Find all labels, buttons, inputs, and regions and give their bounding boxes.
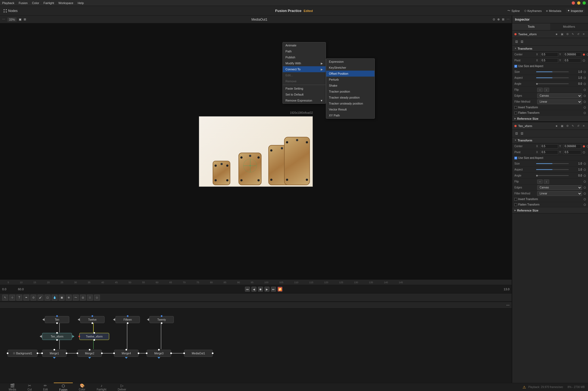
ten-flatten-checkbox[interactable]	[514, 203, 517, 206]
xy-path-item[interactable]: XY Path	[326, 112, 375, 118]
paste-setting-item[interactable]: Paste Setting	[283, 86, 326, 92]
ten-reference-size-header[interactable]: ▶ Reference Size	[512, 207, 588, 213]
go-to-end-btn[interactable]: ⏭	[271, 287, 276, 292]
angle-slider[interactable]	[536, 83, 569, 84]
twelve-node[interactable]: Twelve	[80, 316, 105, 323]
spline-button[interactable]: 〜 Spline	[507, 9, 520, 13]
tab-tools[interactable]: Tools	[512, 23, 550, 30]
ten-center-y-input[interactable]	[564, 144, 581, 149]
tracker-unsteady-item[interactable]: Tracker unsteady position	[326, 100, 375, 106]
animate-item[interactable]: Animate	[283, 42, 326, 48]
ten-xform-color-btn[interactable]: ■	[554, 124, 559, 128]
fill-tool[interactable]: ▣	[59, 295, 65, 301]
edges-select[interactable]: Canvas	[537, 93, 582, 98]
ten-xform-node[interactable]: Ten_xform	[42, 333, 72, 340]
step-back-btn[interactable]: ◀	[251, 287, 256, 292]
menu-playback[interactable]: Playback	[2, 1, 14, 5]
ten-filter-select[interactable]: Linear	[537, 191, 582, 196]
flip-v-btn[interactable]: ↕	[544, 88, 549, 92]
perturb-item[interactable]: Perturb	[326, 77, 375, 83]
background1-node[interactable]: Background1	[8, 350, 37, 357]
media-tab[interactable]: 🎬 Media	[3, 383, 21, 391]
close-btn[interactable]	[572, 1, 575, 5]
text-tool[interactable]: T	[16, 295, 22, 301]
ten-center-x-input[interactable]	[540, 144, 558, 149]
eyedropper-tool[interactable]: 💧	[52, 295, 58, 301]
viewer-options-icon[interactable]: ⋯	[2, 18, 5, 21]
expression-item[interactable]: Expression	[326, 59, 375, 65]
transform-tool[interactable]: ⊹	[9, 295, 15, 301]
ten-filter-keyframe-dot[interactable]	[584, 193, 586, 195]
offset-position-item[interactable]: Offset Position	[326, 71, 375, 77]
node-color-btn[interactable]: ■	[554, 32, 559, 36]
ten-xform-viewer-btn[interactable]: ▣	[560, 124, 564, 128]
ten-flip-h-btn[interactable]: ↔	[537, 179, 543, 184]
node-viewer-btn[interactable]: ▣	[560, 32, 564, 36]
ten-invert-keyframe-dot[interactable]	[584, 198, 586, 200]
keyframes-button[interactable]: ◇ Keyframes	[524, 9, 542, 12]
ten-xform-close-btn[interactable]: ✕	[581, 124, 586, 128]
connect-to-item[interactable]: Connect To ▶	[283, 66, 326, 72]
path-item[interactable]: Path	[283, 48, 326, 54]
graph-area[interactable]: Background1 Merge1 Merge2	[0, 308, 512, 383]
mask-tool[interactable]: ◎	[80, 295, 86, 301]
edges-keyframe-dot[interactable]	[584, 95, 586, 97]
transform-section-header[interactable]: ▼ Transform	[512, 46, 588, 52]
menu-help[interactable]: Help	[78, 1, 84, 5]
layout-btn[interactable]: ⊞	[24, 18, 26, 21]
deliver-tab[interactable]: ▷ Deliver	[112, 383, 132, 391]
ten-xform-img-btn1[interactable]: 🖼	[514, 131, 519, 136]
ten-invert-checkbox[interactable]	[514, 198, 517, 201]
center-keyframe-dot[interactable]	[583, 53, 585, 56]
ten-use-size-aspect-checkbox[interactable]: ✓	[514, 157, 517, 159]
ten-size-slider[interactable]	[536, 163, 569, 164]
loop-btn[interactable]: 🔁	[278, 287, 282, 292]
menu-color[interactable]: Color	[32, 1, 39, 5]
select-tool[interactable]: ↖	[2, 295, 8, 301]
pivot-y-input[interactable]	[564, 58, 581, 63]
ten-xform-settings-btn[interactable]: ⚙	[565, 124, 570, 128]
ten-pivot-keyframe-dot[interactable]	[583, 151, 585, 153]
vector-result-item[interactable]: Vector Result	[326, 106, 375, 112]
ten-node[interactable]: Ten	[45, 316, 69, 323]
cut-tab[interactable]: ✂ Cut	[22, 383, 37, 391]
menu-workspace[interactable]: Workspace	[58, 1, 73, 5]
menu-fusion[interactable]: Fusion	[19, 1, 28, 5]
reference-size-header[interactable]: ▶ Reference Size	[512, 116, 588, 122]
ten-xform-img-btn2[interactable]: 🖼	[520, 131, 524, 136]
maximize-btn[interactable]	[583, 1, 586, 5]
go-to-start-btn[interactable]: ⏮	[245, 287, 250, 292]
keystretcher-item[interactable]: KeyStretcher	[326, 65, 375, 71]
brush-tool[interactable]: 🖌	[37, 295, 43, 301]
edit-tab[interactable]: ✏ Edit	[38, 383, 53, 391]
paint-tool[interactable]: ⊙	[30, 295, 36, 301]
angle-keyframe-dot[interactable]	[584, 83, 586, 85]
node-reset-btn[interactable]: ↺	[576, 32, 580, 36]
center-dot2[interactable]	[587, 53, 588, 56]
ten-xform-transform-header[interactable]: ▼ Transform	[512, 137, 588, 143]
mediaout1-node[interactable]: MediaOut1	[184, 350, 213, 357]
eraser-tool[interactable]: ◻	[45, 295, 51, 301]
filter-keyframe-dot[interactable]	[584, 101, 586, 103]
node-rename-btn[interactable]: ✎	[571, 32, 575, 36]
node-img-btn1[interactable]: 🖼	[514, 40, 519, 44]
graph-options-icon[interactable]: ⋯	[506, 303, 510, 307]
flatten-keyframe-dot[interactable]	[584, 112, 586, 114]
node-img-btn2[interactable]: 🖼	[520, 40, 524, 44]
tracker-position-item[interactable]: Tracker position	[326, 89, 375, 94]
flatten-transform-checkbox[interactable]	[514, 112, 517, 114]
ten-edges-keyframe-dot[interactable]	[584, 187, 586, 189]
clone-tool[interactable]: ⊕	[66, 295, 72, 301]
zoom-label[interactable]: 33%	[7, 17, 17, 22]
pivot-keyframe-dot[interactable]	[583, 59, 585, 62]
ten-edges-select[interactable]: Canvas	[537, 185, 582, 190]
flip-h-btn[interactable]: ↔	[537, 88, 543, 92]
stop-btn[interactable]: ⏹	[258, 287, 263, 292]
publish-item[interactable]: Publish	[283, 54, 326, 60]
menu-fairlight[interactable]: Fairlight	[43, 1, 54, 5]
merge1-node[interactable]: Merge1	[42, 350, 67, 357]
ten-pivot-y-input[interactable]	[564, 150, 581, 154]
fifteen-node[interactable]: Fifteen	[115, 316, 140, 323]
filter-select[interactable]: Linear	[537, 99, 582, 104]
viewer-icon4[interactable]: ⋯	[507, 18, 510, 21]
